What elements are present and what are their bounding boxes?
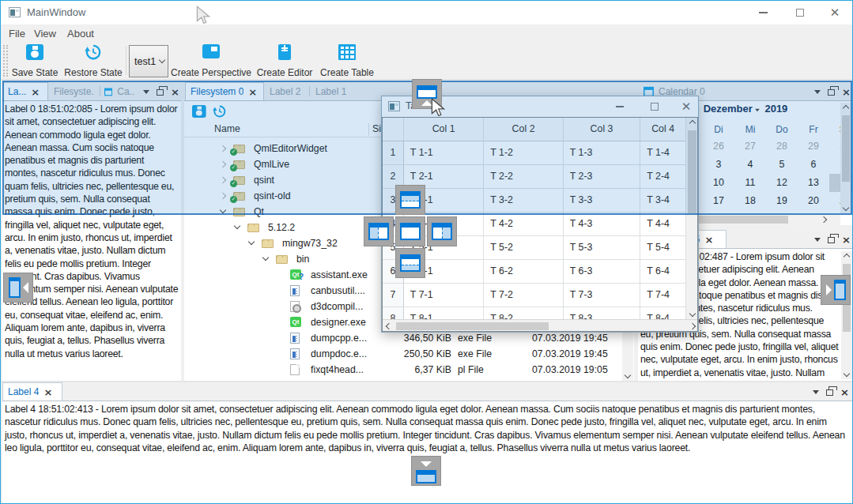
close-button[interactable]: ✕ (817, 1, 853, 24)
tree-item-label: assistant.exe (311, 269, 368, 280)
qt-exe-icon: Qt (290, 317, 301, 327)
file-modified: 07.03.2019 19:45 (532, 348, 608, 359)
minimize-icon (759, 12, 768, 13)
drop-indicator-area-left[interactable] (364, 216, 394, 246)
drop-indicator-right-edge[interactable] (821, 275, 851, 305)
document-icon (290, 348, 300, 359)
drop-indicator-area-right[interactable] (427, 216, 457, 246)
save-state-button[interactable]: Save State (10, 44, 59, 78)
dock-float-icon[interactable] (826, 389, 833, 396)
table-row: 8T 8-1T 8-2T 8-3T 8-4 (383, 307, 686, 319)
file-modified: 07.03.2019 19:45 (532, 333, 608, 344)
table-cell[interactable]: T 4-4 (640, 213, 686, 236)
tab-close-icon[interactable]: × (43, 386, 52, 398)
collapse-chevron-icon[interactable] (234, 223, 240, 229)
tab-label4[interactable]: Label 4 × (2, 382, 62, 401)
tree-item-label: bin (296, 254, 309, 265)
create-perspective-button[interactable]: Create Perspective (172, 44, 251, 78)
table-row: 6T 6-1T 6-2T 6-3T 6-4 (383, 260, 686, 284)
tree-item-label: mingw73_32 (282, 238, 338, 249)
toolbar-handle[interactable] (3, 45, 8, 77)
dock-close-icon[interactable]: × (842, 235, 851, 245)
table-cell[interactable]: T 4-3 (564, 213, 640, 236)
file-size: 250,50 KiB (378, 348, 451, 359)
table-cell[interactable]: T 8-3 (564, 307, 640, 319)
table-cell[interactable]: T 7-2 (484, 284, 563, 307)
dock-float-icon[interactable] (828, 237, 835, 243)
table-cell[interactable]: T 5-2 (484, 236, 563, 260)
table-hscrollbar[interactable] (383, 319, 698, 332)
file-size: 346,50 KiB (378, 333, 451, 344)
drop-indicator-left-edge[interactable] (3, 273, 33, 303)
table-cell[interactable]: T 6-2 (484, 260, 563, 284)
table-cell[interactable]: T 5-4 (640, 236, 686, 260)
table-row: 7T 7-1T 7-2T 7-3T 7-4 (383, 284, 686, 307)
maximize-icon (796, 9, 804, 17)
tree-item-label: 5.12.2 (268, 222, 295, 233)
save-icon (26, 44, 43, 60)
dock-close-icon[interactable]: × (840, 387, 849, 397)
dock-menu-icon[interactable] (814, 238, 821, 242)
tree-row[interactable]: dumpcpp.e...346,50 KiBexe File07.03.2019… (184, 330, 634, 346)
collapse-chevron-icon[interactable] (262, 254, 269, 261)
drop-indicator-area-top[interactable] (395, 185, 425, 215)
document-icon (290, 333, 300, 344)
restore-icon (85, 44, 102, 60)
main-window: MainWindow ✕ File View About Save State … (0, 0, 853, 504)
table-cell[interactable]: T 8-1 (404, 307, 484, 319)
tree-row[interactable]: dumpdoc.e...250,50 KiBexe File07.03.2019… (184, 346, 634, 362)
title-bar[interactable]: MainWindow ✕ (1, 1, 852, 24)
chevron-down-icon (159, 57, 165, 63)
file-icon (290, 364, 300, 375)
restore-state-button[interactable]: Restore State (63, 44, 123, 78)
toolbar-separator (126, 47, 126, 75)
minimize-button[interactable] (745, 1, 781, 24)
collapse-chevron-icon[interactable] (248, 239, 255, 245)
folder-icon (262, 239, 274, 248)
label4-dock-buttons: × (813, 387, 849, 397)
scroll-left-icon (385, 322, 391, 329)
scroll-right-icon (689, 322, 695, 329)
file-type: pl File (458, 364, 484, 375)
table-cell[interactable]: T 5-3 (564, 236, 640, 260)
tree-item-label: dumpcpp.e... (311, 333, 367, 344)
document-icon (290, 285, 300, 296)
drop-indicator-bottom-edge[interactable] (411, 456, 441, 486)
maximize-button[interactable] (782, 1, 818, 24)
question-badge-icon: ? (299, 272, 304, 282)
label4-panel: Label 4 18:51:02:413 - Lorem ipsum dolor… (2, 401, 852, 503)
drop-indicator-area-bottom[interactable] (395, 248, 425, 278)
table-grid-icon (338, 44, 356, 60)
horizontal-splitter[interactable] (1, 381, 852, 382)
label5-vscrollbar[interactable] (841, 251, 852, 379)
table-cell[interactable]: T 7-3 (564, 284, 640, 307)
tree-item-label: d3dcompil... (311, 301, 363, 312)
menu-view[interactable]: View (31, 27, 59, 40)
table-cell[interactable]: T 7-4 (640, 284, 686, 307)
menu-about[interactable]: About (64, 27, 97, 40)
drop-indicator-area-center[interactable] (395, 216, 425, 246)
table-cell[interactable]: T 8-4 (640, 307, 686, 319)
mouse-cursor (430, 98, 446, 117)
table-row-header[interactable]: 8 (383, 307, 404, 319)
table-cell[interactable]: T 4-2 (484, 213, 563, 236)
table-cell[interactable]: T 6-4 (640, 260, 686, 284)
table-cell[interactable]: T 8-2 (484, 307, 563, 319)
scroll-right-icon (820, 216, 826, 223)
folder-icon (276, 255, 288, 264)
dock-menu-icon[interactable] (813, 390, 819, 394)
arrow-left-icon (23, 282, 28, 293)
create-table-button[interactable]: Create Table (317, 44, 377, 78)
tree-row[interactable]: fixqt4head...6,37 KiBpl File07.03.2019 1… (184, 362, 634, 378)
toolbar: Save State Restore State test1 Create Pe… (1, 42, 852, 80)
table-cell[interactable]: T 6-3 (564, 260, 640, 284)
scrollbar-thumb[interactable] (396, 322, 549, 330)
close-icon: ✕ (830, 7, 840, 19)
create-editor-button[interactable]: Create Editor (254, 44, 315, 78)
scroll-down-icon (625, 372, 631, 378)
table-row-header[interactable]: 7 (383, 284, 404, 307)
menu-file[interactable]: File (6, 27, 28, 40)
tab-close-icon[interactable]: × (704, 234, 713, 246)
perspective-combo[interactable]: test1 (129, 45, 168, 77)
table-cell[interactable]: T 7-1 (404, 284, 484, 307)
